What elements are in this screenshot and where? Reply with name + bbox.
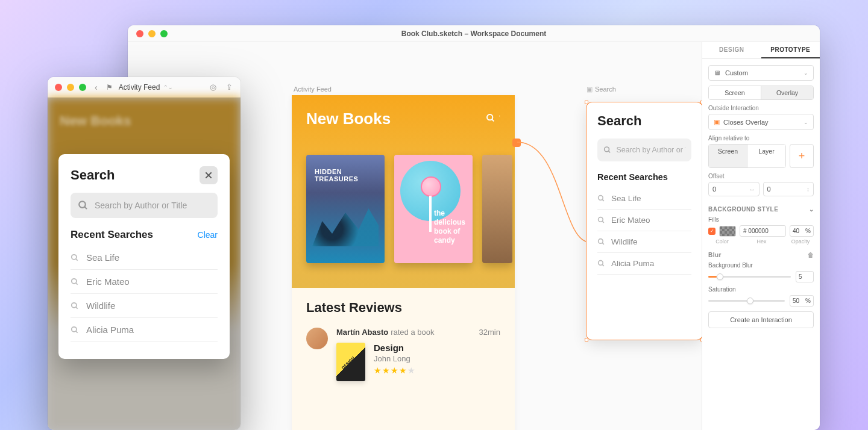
flag-icon[interactable]: ⚑ <box>106 83 113 92</box>
artboard-label-search[interactable]: ▣Search <box>587 86 616 93</box>
create-interaction-button[interactable]: Create an Interaction <box>708 311 814 328</box>
book-candy[interactable]: thedeliciousbook ofcandy <box>394 155 473 263</box>
svg-point-19 <box>72 278 77 283</box>
rating-stars: ★★★★★ <box>374 366 416 375</box>
background-style-header[interactable]: BACKGROUND STYLE⌄ <box>708 201 814 216</box>
preview-window: ‹ ⚑ Activity Feed⌃⌄ ◎ ⇪ New Books Search… <box>48 77 241 430</box>
recent-search-item[interactable]: Sea Life <box>71 246 218 270</box>
chevron-down-icon: ⌄ <box>804 119 808 125</box>
book-third[interactable] <box>482 155 512 263</box>
background-blur-label: Background Blur <box>708 262 814 269</box>
svg-line-1 <box>492 119 494 121</box>
review-time: 32min <box>479 328 500 337</box>
chevron-down-icon: ⌃⌄ <box>163 84 173 90</box>
search-input[interactable]: Search by Author or Title <box>597 139 691 161</box>
device-select[interactable]: 🖥Custom ⌄ <box>708 65 814 81</box>
align-segment[interactable]: Screen Layer <box>708 144 786 168</box>
sublabel-opacity: Opacity <box>787 238 814 245</box>
search-icon <box>71 278 79 286</box>
recent-search-item[interactable]: Sea Life <box>597 188 691 210</box>
offset-label: Offset <box>708 173 814 179</box>
recent-search-item[interactable]: Eric Mateo <box>71 270 218 294</box>
horizontal-icon: ↔ <box>749 186 755 193</box>
tab-prototype[interactable]: PROTOTYPE <box>761 42 820 58</box>
target-icon[interactable]: ◎ <box>208 83 218 92</box>
blur-label: Blur <box>708 252 722 258</box>
book-hidden-treasures[interactable] <box>306 155 385 263</box>
segment-screen[interactable]: Screen <box>709 86 761 99</box>
tab-design[interactable]: DESIGN <box>702 42 761 58</box>
chevron-down-icon: ⌄ <box>809 206 814 213</box>
prototype-hotspot[interactable] <box>512 139 521 147</box>
fill-opacity-input[interactable]: 40% <box>790 225 814 237</box>
close-modal-button[interactable] <box>200 166 218 184</box>
review-book-thumb[interactable] <box>336 343 365 381</box>
fill-color-swatch[interactable] <box>719 226 736 237</box>
svg-line-4 <box>608 151 610 153</box>
saturation-value[interactable]: 50% <box>790 295 814 307</box>
reviewer-name: Martín Abasto <box>336 328 388 337</box>
avatar[interactable] <box>306 328 328 349</box>
back-button[interactable]: ‹ <box>92 83 100 92</box>
segment-align-screen[interactable]: Screen <box>709 145 747 167</box>
maximize-window-button[interactable] <box>79 84 86 91</box>
search-icon <box>71 302 79 310</box>
svg-point-0 <box>487 114 492 120</box>
recent-searches-heading: Recent Searches <box>597 172 691 182</box>
segment-overlay[interactable]: Overlay <box>761 86 813 99</box>
modal-title: Search <box>71 167 115 183</box>
background-blur-value[interactable]: 5 <box>796 271 814 282</box>
recent-search-item[interactable]: Alicia Puma <box>71 318 218 342</box>
outside-interaction-select[interactable]: ▣Closes Overlay ⌄ <box>708 114 814 130</box>
artboard-label-feed[interactable]: Activity Feed <box>294 86 332 93</box>
review-book-title: Design <box>374 343 416 353</box>
minimize-window-button[interactable] <box>148 30 156 37</box>
close-window-button[interactable] <box>136 30 143 37</box>
svg-point-9 <box>599 239 603 244</box>
segment-align-layer[interactable]: Layer <box>747 145 785 167</box>
fill-enabled-checkbox[interactable]: ✓ <box>708 228 715 235</box>
svg-point-7 <box>599 217 603 222</box>
artboard-title-dropdown[interactable]: Activity Feed⌃⌄ <box>119 83 174 92</box>
review-book-author: John Long <box>374 354 416 363</box>
svg-point-3 <box>605 147 609 152</box>
svg-line-20 <box>76 282 78 284</box>
resize-handle[interactable] <box>585 338 588 341</box>
close-window-button[interactable] <box>55 84 62 91</box>
recent-searches-heading: Recent Searches <box>71 229 153 241</box>
trash-icon[interactable]: 🗑 <box>808 252 814 258</box>
saturation-slider[interactable] <box>708 300 785 302</box>
offset-y-input[interactable]: 0↕ <box>763 182 814 196</box>
search-icon[interactable]: · <box>486 112 500 126</box>
search-icon <box>597 195 605 202</box>
offset-x-input[interactable]: 0↔ <box>708 182 760 196</box>
search-input[interactable]: Search by Author or Title <box>71 193 218 218</box>
outside-interaction-label: Outside Interaction <box>708 105 814 111</box>
recent-search-item[interactable]: Eric Mateo <box>597 210 691 231</box>
chevron-down-icon: ⌄ <box>804 70 808 76</box>
recent-search-item[interactable]: Alicia Puma <box>597 253 691 275</box>
fill-hex-input[interactable]: # 000000 <box>740 225 786 237</box>
share-icon[interactable]: ⇪ <box>224 83 234 92</box>
svg-line-12 <box>602 264 604 266</box>
background-blur-slider[interactable] <box>708 276 791 278</box>
clear-button[interactable]: Clear <box>198 230 218 240</box>
anchor-pin-control[interactable]: + <box>790 144 814 168</box>
maximize-window-button[interactable] <box>160 30 168 37</box>
book-candy-caption: thedeliciousbook ofcandy <box>434 209 465 245</box>
search-icon <box>71 326 79 334</box>
fills-label: Fills <box>708 216 814 223</box>
artboard-activity-feed[interactable]: New Books · thedeliciousbook ofcandy <box>292 95 515 430</box>
svg-line-8 <box>602 221 604 223</box>
traffic-lights <box>128 30 168 37</box>
minimize-window-button[interactable] <box>67 84 74 91</box>
recent-search-item[interactable]: Wildlife <box>597 231 691 253</box>
screen-overlay-segment[interactable]: Screen Overlay <box>708 86 814 100</box>
review-action: rated a book <box>391 328 434 337</box>
saturation-label: Saturation <box>708 286 814 293</box>
recent-search-item[interactable]: Wildlife <box>71 294 218 318</box>
svg-line-18 <box>76 258 78 260</box>
svg-point-23 <box>72 326 77 331</box>
search-overlay-modal: Search Search by Author or Title Recent … <box>58 154 230 359</box>
artboard-search[interactable]: Search Search by Author or Title Recent … <box>587 102 702 340</box>
